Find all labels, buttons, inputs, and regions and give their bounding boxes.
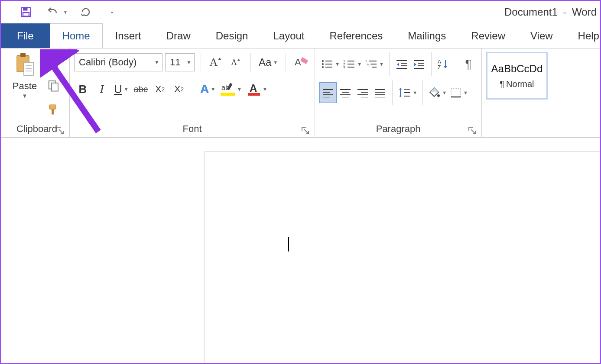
- increase-indent-button[interactable]: [410, 54, 428, 74]
- paste-dropdown[interactable]: ▼: [22, 93, 28, 99]
- align-center-button[interactable]: [337, 82, 354, 103]
- line-spacing-button[interactable]: ▼: [396, 82, 419, 103]
- strikethrough-button[interactable]: abc: [132, 79, 149, 100]
- paste-button[interactable]: Paste ▼: [9, 52, 41, 99]
- doc-name: Document1: [504, 6, 558, 18]
- justify-button[interactable]: [371, 82, 389, 103]
- cut-icon: [48, 56, 60, 68]
- change-case-icon: Aa: [259, 56, 271, 68]
- borders-button[interactable]: ▼: [448, 82, 470, 103]
- clear-formatting-icon: A: [294, 56, 309, 69]
- align-right-button[interactable]: [354, 82, 371, 103]
- tab-draw[interactable]: Draw: [154, 23, 203, 48]
- svg-rect-15: [52, 83, 58, 91]
- multilevel-list-icon: 1 a i: [365, 59, 377, 69]
- paste-label: Paste: [13, 81, 37, 92]
- bold-button[interactable]: B: [74, 79, 91, 100]
- tab-review[interactable]: Review: [458, 23, 518, 48]
- save-icon: [20, 6, 32, 18]
- text-effects-icon: A: [200, 82, 209, 96]
- copy-button[interactable]: [45, 75, 62, 96]
- svg-rect-19: [300, 57, 309, 64]
- save-button[interactable]: [16, 4, 36, 20]
- undo-button[interactable]: [43, 4, 62, 20]
- group-clipboard: Paste ▼: [1, 48, 70, 137]
- tab-mailings[interactable]: Mailings: [395, 23, 458, 48]
- ribbon-tabs: File Home Insert Draw Design Layout Refe…: [1, 23, 600, 48]
- numbering-button[interactable]: 1 2 3 ▼: [341, 54, 364, 74]
- sort-button[interactable]: A Z: [435, 54, 452, 74]
- font-name-select[interactable]: Calibri (Body)▼: [74, 53, 162, 71]
- shading-icon: [428, 87, 440, 98]
- svg-point-74: [437, 94, 440, 97]
- align-left-icon: [322, 88, 334, 97]
- font-dialog-launcher[interactable]: [302, 126, 309, 134]
- change-case-button[interactable]: Aa ▼: [257, 52, 279, 73]
- tab-references[interactable]: References: [317, 23, 396, 48]
- borders-icon: [450, 87, 461, 98]
- clipboard-dialog-launcher[interactable]: [56, 126, 64, 134]
- svg-point-10: [50, 64, 53, 67]
- title-separator: -: [560, 6, 569, 18]
- text-effects-button[interactable]: A▼: [198, 79, 217, 100]
- style-name-text: Normal: [506, 79, 534, 89]
- customize-qat[interactable]: ▾: [110, 10, 114, 15]
- redo-icon: [80, 6, 92, 18]
- copy-icon: [47, 79, 60, 92]
- undo-icon: [47, 7, 59, 17]
- style-normal[interactable]: AaBbCcDd ¶ Normal: [486, 52, 548, 100]
- tab-design[interactable]: Design: [203, 23, 261, 48]
- style-pilcrow-icon: ¶: [500, 79, 504, 89]
- increase-indent-icon: [413, 59, 425, 69]
- redo-button[interactable]: [76, 4, 95, 20]
- superscript-button[interactable]: X2: [170, 79, 188, 100]
- tab-file[interactable]: File: [1, 23, 50, 48]
- sort-icon: A Z: [438, 58, 450, 70]
- numbering-icon: 1 2 3: [343, 59, 355, 69]
- underline-button[interactable]: U▼: [112, 79, 130, 100]
- tab-view[interactable]: View: [518, 23, 565, 48]
- italic-icon: I: [100, 83, 104, 96]
- font-color-button[interactable]: A ▼: [245, 79, 269, 100]
- style-preview-text: AaBbCcDd: [491, 63, 543, 75]
- format-painter-button[interactable]: [45, 99, 62, 119]
- decrease-indent-button[interactable]: [393, 54, 410, 74]
- bullets-button[interactable]: ▼: [319, 54, 341, 74]
- app-name: Word: [572, 6, 597, 18]
- svg-text:Z: Z: [438, 64, 441, 70]
- shading-button[interactable]: ▼: [426, 82, 448, 103]
- tab-home[interactable]: Home: [50, 23, 103, 48]
- italic-button[interactable]: I: [93, 79, 110, 100]
- svg-rect-22: [221, 93, 235, 96]
- document-area[interactable]: [1, 139, 600, 363]
- highlight-button[interactable]: ab ▼: [219, 79, 244, 100]
- multilevel-list-button[interactable]: 1 a i ▼: [364, 54, 386, 74]
- tab-insert[interactable]: Insert: [103, 23, 154, 48]
- align-left-button[interactable]: [319, 82, 337, 103]
- group-styles: AaBbCcDd ¶ Normal: [482, 48, 549, 137]
- svg-text:1: 1: [365, 60, 367, 63]
- subscript-button[interactable]: X2: [151, 79, 169, 100]
- grow-font-button[interactable]: A: [207, 52, 224, 73]
- svg-rect-1: [23, 8, 28, 11]
- tab-help[interactable]: Help: [565, 23, 601, 48]
- paragraph-dialog-launcher[interactable]: [468, 126, 476, 134]
- svg-text:A: A: [295, 57, 301, 68]
- undo-dropdown[interactable]: ▼: [62, 10, 68, 15]
- svg-rect-5: [20, 53, 26, 57]
- svg-text:3: 3: [343, 65, 345, 69]
- svg-rect-6: [24, 62, 33, 75]
- format-painter-icon: [47, 103, 60, 116]
- align-center-icon: [339, 88, 351, 97]
- svg-point-11: [55, 64, 58, 67]
- clear-formatting-button[interactable]: A: [292, 52, 310, 73]
- svg-text:A: A: [250, 82, 257, 94]
- bullets-icon: [321, 59, 333, 69]
- page[interactable]: [205, 151, 601, 364]
- font-size-select[interactable]: 11▼: [165, 53, 195, 71]
- show-hide-marks-button[interactable]: ¶: [460, 54, 477, 74]
- font-name-value: Calibri (Body): [79, 57, 136, 68]
- shrink-font-button[interactable]: A: [227, 52, 244, 73]
- cut-button[interactable]: [45, 52, 62, 73]
- tab-layout[interactable]: Layout: [260, 23, 317, 48]
